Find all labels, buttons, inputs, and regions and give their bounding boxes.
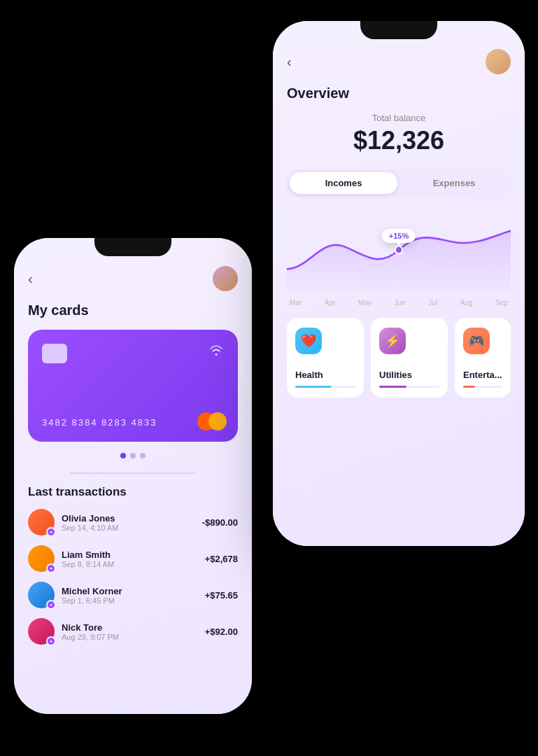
health-icon-wrap: ❤️ — [295, 328, 322, 354]
trans-name-3: Michel Korner — [62, 586, 198, 596]
credit-card[interactable]: 3482 8384 8283 4833 — [28, 330, 238, 442]
avatar-left[interactable] — [213, 266, 238, 291]
month-mar: Mar — [290, 299, 302, 307]
trans-date-3: Sep 1, 6:45 PM — [62, 596, 198, 605]
trans-badge-3 — [46, 600, 56, 610]
top-bar-right: ‹ — [287, 49, 511, 74]
card-chip — [42, 344, 67, 363]
card-wifi-icon — [208, 344, 224, 360]
trans-name-2: Liam Smith — [62, 550, 198, 560]
chart-svg — [287, 208, 511, 292]
health-bar-track — [295, 386, 355, 388]
category-card-health[interactable]: ❤️ Health — [287, 318, 364, 398]
health-name: Health — [295, 370, 355, 380]
trans-name-4: Nick Tore — [62, 622, 198, 633]
chart-months: Mar Apr May Jun Jul Aug Sep — [287, 299, 511, 307]
page-title-left: My cards — [28, 302, 238, 318]
trans-name-1: Olivia Jones — [62, 513, 195, 524]
trans-badge-1 — [46, 527, 56, 537]
trans-avatar-1 — [28, 509, 55, 536]
health-bar-fill — [295, 386, 332, 388]
avatar-right[interactable] — [486, 49, 511, 74]
category-card-entertainment[interactable]: 🎮 Enterta... — [455, 318, 511, 398]
trans-amount-2: +$2,678 — [205, 554, 238, 564]
card-number: 3482 8384 8283 4833 — [42, 417, 157, 428]
transaction-item[interactable]: Nick Tore Aug 29, 9:07 PM +$92.00 — [28, 618, 238, 645]
left-phone: ‹ My cards 3482 8384 8283 4833 — [14, 238, 252, 714]
trans-info-4: Nick Tore Aug 29, 9:07 PM — [62, 622, 198, 641]
category-grid: ❤️ Health ⚡ Utilities — [287, 318, 511, 398]
top-bar-left: ‹ — [28, 266, 238, 291]
trans-info-1: Olivia Jones Sep 14, 4:10 AM — [62, 513, 195, 532]
trans-date-1: Sep 14, 4:10 AM — [62, 524, 195, 532]
dot-1[interactable] — [120, 453, 126, 458]
entertainment-icon: 🎮 — [469, 333, 484, 349]
back-button-right[interactable]: ‹ — [287, 54, 292, 70]
entertainment-bar-track — [463, 386, 502, 388]
trans-avatar-4 — [28, 618, 55, 645]
notch-left — [94, 238, 171, 256]
overview-title: Overview — [287, 85, 511, 102]
trans-avatar-2 — [28, 545, 55, 572]
trans-avatar-3 — [28, 582, 55, 608]
month-apr: Apr — [325, 299, 336, 307]
health-icon: ❤️ — [301, 333, 316, 349]
back-button-left[interactable]: ‹ — [28, 271, 33, 287]
tab-incomes[interactable]: Incomes — [290, 172, 397, 194]
dot-2[interactable] — [130, 453, 136, 458]
chart-tooltip: +15% — [382, 229, 416, 243]
entertainment-bar-fill — [463, 386, 475, 388]
notch-right — [360, 21, 437, 39]
trans-amount-4: +$92.00 — [205, 626, 238, 637]
svg-point-0 — [395, 246, 402, 254]
utilities-bar-fill — [379, 386, 406, 388]
card-pagination — [28, 453, 238, 458]
transaction-item[interactable]: Michel Korner Sep 1, 6:45 PM +$75.65 — [28, 582, 238, 608]
month-jul: Jul — [428, 299, 437, 307]
right-phone: ‹ Overview Total balance $12,326 Incomes… — [273, 21, 525, 546]
trans-badge-4 — [46, 636, 56, 646]
trans-badge-2 — [46, 564, 56, 573]
entertainment-icon-wrap: 🎮 — [463, 328, 490, 354]
balance-label: Total balance — [287, 113, 511, 123]
utilities-icon-wrap: ⚡ — [379, 328, 406, 354]
transaction-list: Olivia Jones Sep 14, 4:10 AM -$890.00 Li… — [28, 509, 238, 645]
tab-expenses[interactable]: Expenses — [400, 172, 508, 194]
balance-section: Total balance $12,326 — [287, 113, 511, 155]
balance-amount: $12,326 — [287, 126, 511, 155]
chart-area: +15% — [287, 208, 511, 292]
month-may: May — [358, 299, 371, 307]
entertainment-name: Enterta... — [463, 370, 502, 380]
month-jun: Jun — [395, 299, 406, 307]
month-sep: Sep — [495, 299, 508, 307]
trans-date-2: Sep 8, 8:14 AM — [62, 560, 198, 568]
trans-info-2: Liam Smith Sep 8, 8:14 AM — [62, 550, 198, 568]
category-card-utilities[interactable]: ⚡ Utilities — [371, 318, 448, 398]
mastercard-logo — [197, 412, 227, 430]
utilities-name: Utilities — [379, 370, 439, 380]
trans-info-3: Michel Korner Sep 1, 6:45 PM — [62, 586, 198, 605]
utilities-icon: ⚡ — [385, 333, 400, 349]
trans-amount-1: -$890.00 — [202, 517, 238, 528]
transaction-item[interactable]: Olivia Jones Sep 14, 4:10 AM -$890.00 — [28, 509, 238, 536]
month-aug: Aug — [460, 299, 473, 307]
trans-date-4: Aug 29, 9:07 PM — [62, 633, 198, 641]
tab-bar: Incomes Expenses — [287, 169, 511, 197]
trans-amount-3: +$75.65 — [205, 590, 238, 601]
dot-3[interactable] — [140, 453, 146, 458]
utilities-bar-track — [379, 386, 439, 388]
divider — [70, 472, 196, 474]
transactions-title: Last transactions — [28, 485, 238, 499]
transaction-item[interactable]: Liam Smith Sep 8, 8:14 AM +$2,678 — [28, 545, 238, 572]
